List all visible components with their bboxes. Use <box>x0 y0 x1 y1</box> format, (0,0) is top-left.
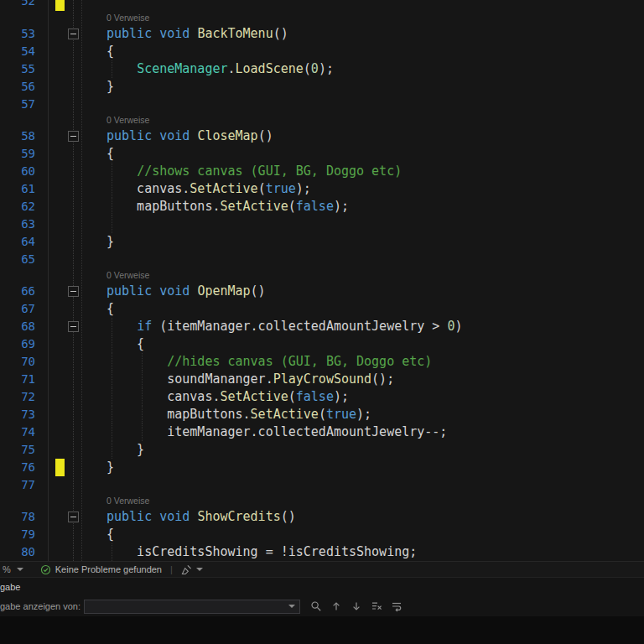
line-number[interactable]: 55 <box>0 60 40 78</box>
line-number[interactable]: 65 <box>0 251 40 268</box>
word-wrap-icon[interactable] <box>391 600 402 612</box>
line-number[interactable]: 59 <box>0 145 40 163</box>
line-number[interactable]: 72 <box>0 388 40 406</box>
line-number[interactable]: 75 <box>0 441 40 459</box>
line-number[interactable]: 61 <box>0 180 40 198</box>
line-number[interactable]: 71 <box>0 371 40 388</box>
code-line-54[interactable]: 54{ <box>0 43 644 60</box>
code-text[interactable] <box>80 96 644 113</box>
code-line-62[interactable]: 62 mapButtons.SetActive(false); <box>0 198 644 216</box>
code-text[interactable] <box>80 216 644 233</box>
code-line-52[interactable]: 52 <box>0 0 644 11</box>
line-number[interactable]: 62 <box>0 198 40 216</box>
fold-toggle-icon[interactable] <box>68 29 79 39</box>
line-number[interactable]: 54 <box>0 43 40 60</box>
code-text[interactable]: soundMananger.PlayCrowSound(); <box>80 371 644 388</box>
code-text[interactable]: public void OpenMap() <box>80 283 644 300</box>
codelens-row[interactable]: 0 Verweise <box>0 494 644 508</box>
line-number[interactable]: 80 <box>0 543 40 561</box>
code-text[interactable]: { <box>80 43 644 60</box>
code-line-79[interactable]: 79{ <box>0 526 644 543</box>
line-number[interactable]: 74 <box>0 423 40 441</box>
code-line-57[interactable]: 57 <box>0 96 644 113</box>
code-line-72[interactable]: 72 canvas.SetActive(false); <box>0 388 644 406</box>
code-line-69[interactable]: 69 { <box>0 335 644 353</box>
previous-message-icon[interactable] <box>330 600 342 612</box>
line-number[interactable]: 68 <box>0 318 40 335</box>
line-number[interactable]: 67 <box>0 300 40 318</box>
code-text[interactable]: SceneManager.LoadScene(0); <box>80 60 644 78</box>
code-cleanup-button[interactable] <box>181 564 203 575</box>
show-output-from-select[interactable] <box>84 600 300 614</box>
code-line-68[interactable]: 68 if (itemManager.collectedAmountJewelr… <box>0 318 644 335</box>
code-text[interactable]: mapButtons.SetActive(true); <box>80 406 644 423</box>
code-text[interactable]: mapButtons.SetActive(false); <box>80 198 644 216</box>
code-text[interactable]: { <box>80 300 644 318</box>
line-number[interactable]: 73 <box>0 406 40 423</box>
find-message-icon[interactable] <box>310 600 322 612</box>
code-text[interactable]: //hides canvas (GUI, BG, Doggo etc) <box>80 353 644 371</box>
zoom-level-control[interactable]: % <box>0 564 23 574</box>
next-message-icon[interactable] <box>351 600 362 612</box>
code-line-64[interactable]: 64} <box>0 233 644 251</box>
code-line-71[interactable]: 71 soundMananger.PlayCrowSound(); <box>0 371 644 388</box>
code-text[interactable]: isCreditsShowing = !isCreditsShowing; <box>80 543 644 561</box>
line-number[interactable]: 52 <box>0 0 40 11</box>
code-line-59[interactable]: 59{ <box>0 145 644 163</box>
code-line-75[interactable]: 75 } <box>0 441 644 459</box>
fold-toggle-icon[interactable] <box>68 131 79 142</box>
code-line-63[interactable]: 63 <box>0 216 644 233</box>
code-line-77[interactable]: 77 <box>0 476 644 494</box>
code-text[interactable]: if (itemManager.collectedAmountJewelry >… <box>80 318 644 335</box>
code-text[interactable]: canvas.SetActive(true); <box>80 180 644 198</box>
code-line-65[interactable]: 65 <box>0 251 644 268</box>
code-line-66[interactable]: 66public void OpenMap() <box>0 283 644 300</box>
code-line-73[interactable]: 73 mapButtons.SetActive(true); <box>0 406 644 423</box>
code-line-78[interactable]: 78public void ShowCredits() <box>0 508 644 526</box>
clear-all-output-icon[interactable] <box>371 600 382 612</box>
line-number[interactable]: 69 <box>0 335 40 353</box>
code-text[interactable]: } <box>80 78 644 96</box>
line-number[interactable]: 70 <box>0 353 40 371</box>
code-line-74[interactable]: 74 itemManager.collectedAmountJewelry--; <box>0 423 644 441</box>
line-number[interactable]: 76 <box>0 459 40 476</box>
line-number[interactable]: 58 <box>0 127 40 145</box>
codelens-references[interactable]: 0 Verweise <box>80 268 644 283</box>
line-number[interactable]: 53 <box>0 25 40 43</box>
line-number[interactable]: 77 <box>0 476 40 494</box>
code-text[interactable] <box>80 476 644 494</box>
code-line-67[interactable]: 67{ <box>0 300 644 318</box>
code-text[interactable]: } <box>80 233 644 251</box>
line-number[interactable]: 57 <box>0 96 40 113</box>
code-text[interactable]: public void CloseMap() <box>80 127 644 145</box>
codelens-row[interactable]: 0 Verweise <box>0 113 644 127</box>
output-content[interactable] <box>0 616 644 644</box>
line-number[interactable]: 66 <box>0 283 40 300</box>
code-text[interactable]: public void ShowCredits() <box>80 508 644 526</box>
code-text[interactable]: public void BackToMenu() <box>80 25 644 43</box>
code-text[interactable]: { <box>80 335 644 353</box>
document-health-indicator[interactable]: Keine Probleme gefunden <box>40 564 162 575</box>
code-text[interactable] <box>80 0 644 11</box>
code-line-80[interactable]: 80 isCreditsShowing = !isCreditsShowing; <box>0 543 644 561</box>
line-number[interactable]: 64 <box>0 233 40 251</box>
code-line-60[interactable]: 60 //shows canvas (GUI, BG, Doggo etc) <box>0 163 644 180</box>
line-number[interactable]: 56 <box>0 78 40 96</box>
code-line-56[interactable]: 56} <box>0 78 644 96</box>
fold-toggle-icon[interactable] <box>68 321 79 332</box>
line-number[interactable]: 78 <box>0 508 40 526</box>
code-text[interactable]: } <box>80 441 644 459</box>
codelens-references[interactable]: 0 Verweise <box>80 11 644 25</box>
code-line-55[interactable]: 55 SceneManager.LoadScene(0); <box>0 60 644 78</box>
code-line-61[interactable]: 61 canvas.SetActive(true); <box>0 180 644 198</box>
code-text[interactable]: canvas.SetActive(false); <box>80 388 644 406</box>
line-number[interactable]: 60 <box>0 163 40 180</box>
fold-toggle-icon[interactable] <box>68 512 79 522</box>
code-line-58[interactable]: 58public void CloseMap() <box>0 127 644 145</box>
code-text[interactable] <box>80 251 644 268</box>
code-line-70[interactable]: 70 //hides canvas (GUI, BG, Doggo etc) <box>0 353 644 371</box>
code-text[interactable]: } <box>80 459 644 476</box>
code-text[interactable]: { <box>80 145 644 163</box>
codelens-row[interactable]: 0 Verweise <box>0 11 644 25</box>
codelens-references[interactable]: 0 Verweise <box>80 494 644 508</box>
